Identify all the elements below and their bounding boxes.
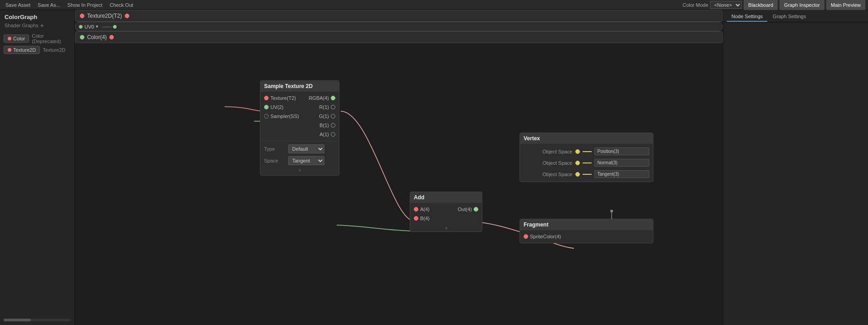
color-mode-select[interactable]: <None> <box>710 1 742 9</box>
texture2d-label: Texture2D(T2) <box>87 13 122 19</box>
type-select[interactable]: Default <box>288 144 324 153</box>
add-outputs: Out(4) <box>446 205 482 223</box>
add-input-b: B(4) <box>410 214 446 223</box>
color-label: Color(4) <box>87 34 107 40</box>
sample-output-a: A(1) <box>303 130 339 139</box>
sample-a-port[interactable] <box>331 132 335 137</box>
chip-color-dot <box>8 37 11 40</box>
svg-point-0 <box>610 210 613 212</box>
sample-b-port[interactable] <box>331 123 335 128</box>
sample-r-port[interactable] <box>331 105 335 109</box>
add-io: A(4) B(4) Out(4) <box>410 205 482 223</box>
uv0-dropdown-icon[interactable]: ▾ <box>96 24 98 30</box>
vertex-header: Vertex <box>520 133 653 144</box>
sample-sampler-port[interactable] <box>264 114 269 118</box>
fragment-spritecolor-label: SpriteColor(4) <box>530 234 561 239</box>
type-field: Type Default <box>264 143 335 155</box>
chip-row-texture2d: Texture2D Texture2D <box>4 46 71 54</box>
node-uv0[interactable]: UV0 ▾ —— <box>75 22 723 31</box>
right-panel-content <box>723 22 868 325</box>
top-bar-right: Color Mode <None> Blackboard Graph Inspe… <box>682 0 865 10</box>
sample-input-texture: Texture(T2) <box>260 94 303 103</box>
texture2d-out-port[interactable] <box>80 14 84 18</box>
fragment-spritecolor-port[interactable] <box>524 234 528 239</box>
vertex-tangent-input[interactable]: Tangent(3) <box>594 170 650 178</box>
color-in-port[interactable] <box>109 35 114 39</box>
space-select[interactable]: Tangent <box>288 156 324 165</box>
sample-chevron[interactable]: ∨ <box>264 167 335 173</box>
chip-color[interactable]: Color <box>4 34 29 43</box>
sample-footer: Type Default Space Tangent ∨ <box>260 141 339 175</box>
vertex-row-tangent: Object Space Tangent(3) <box>520 168 653 180</box>
node-add[interactable]: Add A(4) B(4) <box>410 192 482 232</box>
node-color[interactable]: Color(4) <box>75 31 723 43</box>
vertex-normal-line <box>583 162 592 163</box>
chip-color-label: Color <box>13 36 25 41</box>
vertex-tangent-port[interactable] <box>575 172 580 177</box>
vertex-tangent-line <box>583 174 592 175</box>
chip-texture2d[interactable]: Texture2D <box>4 46 40 54</box>
fragment-header: Fragment <box>520 219 653 230</box>
space-field: Space Tangent <box>264 155 335 167</box>
add-out-port[interactable] <box>474 207 478 212</box>
add-chevron[interactable]: ∨ <box>410 225 482 231</box>
sidebar-add-button[interactable]: + <box>40 22 44 29</box>
main-layout: ColorGraph Shader Graphs + Color Color (… <box>0 10 868 325</box>
vertex-position-input[interactable]: Position(3) <box>594 148 650 155</box>
sample-inputs: Texture(T2) UV(2) Sampler(SS) <box>260 94 303 139</box>
vertex-normal-space: Object Space <box>524 160 573 166</box>
blackboard-tab[interactable]: Blackboard <box>744 0 778 10</box>
uv0-label: UV0 <box>84 24 94 30</box>
sidebar-chips: Color Color (Deprecated) Texture2D Textu… <box>0 31 74 56</box>
check-out-button[interactable]: Check Out <box>107 1 136 9</box>
sample-output-b: B(1) <box>303 121 339 130</box>
add-input-a: A(4) <box>410 205 446 214</box>
vertex-body: Object Space Position(3) Object Space No… <box>520 144 653 182</box>
tab-node-settings[interactable]: Node Settings <box>727 12 767 22</box>
chip-color-deprecated: Color (Deprecated) <box>32 33 71 44</box>
top-bar: Save Asset Save As... Show In Project Ch… <box>0 0 868 10</box>
sample-rgba-port[interactable] <box>331 96 335 100</box>
graph-inspector-tab[interactable]: Graph Inspector <box>780 0 824 10</box>
chip-texture2d-label: Texture2D <box>13 47 36 53</box>
vertex-normal-port[interactable] <box>575 161 580 165</box>
sample-output-r: R(1) <box>303 103 339 112</box>
sample-texture-header: Sample Texture 2D <box>260 81 339 92</box>
add-b-port[interactable] <box>414 216 418 221</box>
sidebar-scrollbar-thumb <box>4 319 31 321</box>
vertex-row-position: Object Space Position(3) <box>520 146 653 157</box>
texture2d-in-port[interactable] <box>125 14 129 18</box>
vertex-position-space: Object Space <box>524 149 573 154</box>
uv0-out-port[interactable] <box>113 25 117 29</box>
sidebar: ColorGraph Shader Graphs + Color Color (… <box>0 10 75 325</box>
sidebar-title: ColorGraph <box>0 10 74 21</box>
main-preview-tab[interactable]: Main Preview <box>826 0 865 10</box>
chip-texture2d-dot <box>8 48 11 52</box>
show-in-project-button[interactable]: Show In Project <box>65 1 105 9</box>
node-sample-texture[interactable]: Sample Texture 2D Texture(T2) UV(2) <box>260 80 339 176</box>
sample-output-rgba: RGBA(4) <box>303 94 339 103</box>
fragment-body: SpriteColor(4) <box>520 230 653 243</box>
add-body: A(4) B(4) Out(4) <box>410 203 482 225</box>
sample-uv-port[interactable] <box>264 105 269 109</box>
save-button[interactable]: Save Asset <box>3 1 33 9</box>
save-as-button[interactable]: Save As... <box>35 1 63 9</box>
chip-texture2d-secondary: Texture2D <box>43 47 65 53</box>
vertex-normal-input[interactable]: Normal(3) <box>594 159 650 167</box>
uv0-port[interactable] <box>79 25 83 29</box>
sample-g-port[interactable] <box>331 114 335 118</box>
add-a-port[interactable] <box>414 207 418 212</box>
tab-graph-settings[interactable]: Graph Settings <box>768 12 810 22</box>
canvas-area[interactable]: Texture2D(T2) UV0 ▾ —— Sample Texture 2D… <box>75 10 723 325</box>
color-mode-label: Color Mode <box>682 2 708 8</box>
node-fragment[interactable]: Fragment SpriteColor(4) <box>520 219 653 243</box>
add-inputs: A(4) B(4) <box>410 205 446 223</box>
sidebar-scrollbar[interactable] <box>4 319 71 321</box>
fragment-row-spritecolor: SpriteColor(4) <box>520 232 653 241</box>
sidebar-subtitle: Shader Graphs + <box>0 21 74 31</box>
color-out-port[interactable] <box>80 35 84 39</box>
node-texture2d[interactable]: Texture2D(T2) <box>75 10 723 22</box>
node-vertex[interactable]: Vertex Object Space Position(3) Object S… <box>520 133 653 182</box>
sample-texture-port[interactable] <box>264 96 269 100</box>
vertex-position-port[interactable] <box>575 149 580 154</box>
